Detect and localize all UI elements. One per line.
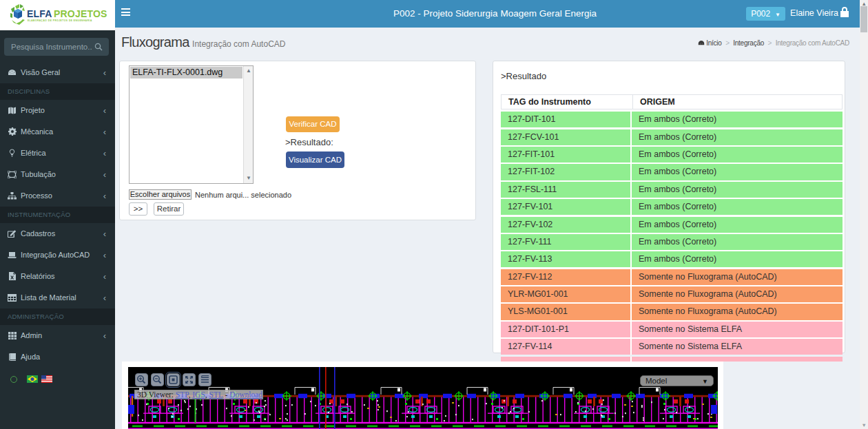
- svg-text:PROJETOS: PROJETOS: [54, 8, 107, 19]
- svg-text:ELFA: ELFA: [27, 8, 52, 19]
- svg-text:ELABORAÇÃO DE PROJETOS DE ENGE: ELABORAÇÃO DE PROJETOS DE ENGENHARIA: [28, 19, 92, 22]
